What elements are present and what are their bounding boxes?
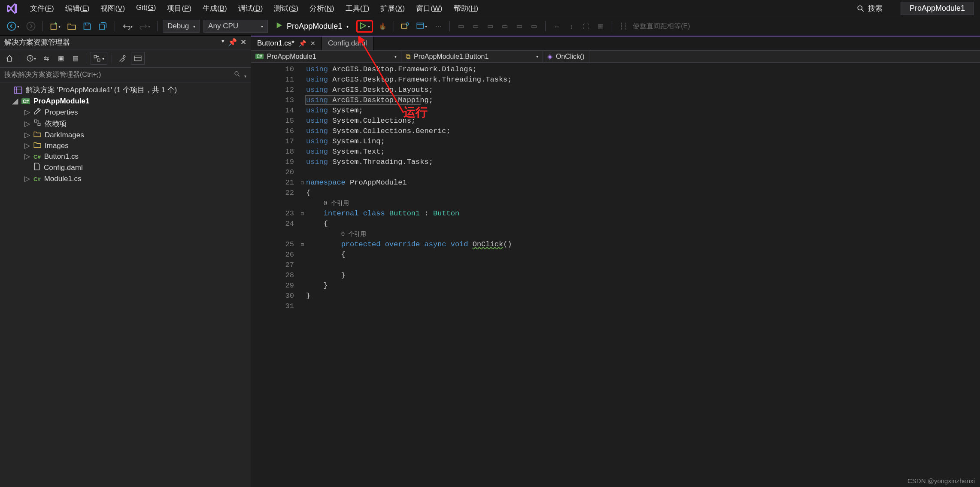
properties-icon[interactable] xyxy=(116,52,128,64)
menu-h[interactable]: 帮助(H) xyxy=(454,3,479,13)
collapse-icon[interactable]: ▣ xyxy=(55,52,67,64)
tree-node[interactable]: ▷Properties xyxy=(0,106,251,118)
panel-search[interactable]: 搜索解决方案资源管理器(Ctrl+;) ▾ xyxy=(0,68,251,82)
nav-back-button[interactable]: ▾ xyxy=(5,20,21,32)
tab-config-daml[interactable]: Config.daml xyxy=(322,36,373,50)
panel-search-placeholder: 搜索解决方案资源管理器(Ctrl+;) xyxy=(4,70,101,79)
nav-scope[interactable]: C# ProAppModule1 ▾ xyxy=(251,51,401,62)
nav-class[interactable]: ⧉ ProAppModule1.Button1 ▾ xyxy=(401,51,543,62)
project-node[interactable]: ◢ C# ProAppModule1 xyxy=(0,96,251,106)
pin-icon[interactable]: 📌 xyxy=(299,40,306,47)
csharp-badge-icon: C# xyxy=(255,54,264,59)
platform-combo[interactable]: Any CPU ▾ xyxy=(203,20,268,33)
panel-dropdown-icon[interactable]: ▾ xyxy=(221,38,225,47)
tree-node[interactable]: ▷C#Module1.cs xyxy=(0,173,251,184)
menu-s[interactable]: 测试(S) xyxy=(274,3,298,13)
tree-node-label: Config.daml xyxy=(44,163,83,172)
cs-icon: C# xyxy=(33,152,41,161)
history-icon[interactable]: ▾ xyxy=(24,52,38,64)
menu-bar: 文件(F)编辑(E)视图(V)Git(G)项目(P)生成(B)调试(D)测试(S… xyxy=(0,0,980,17)
svg-point-14 xyxy=(235,72,238,75)
panel-title: 解决方案资源管理器 xyxy=(4,37,70,47)
tree-node[interactable]: ▷依赖项 xyxy=(0,118,251,130)
menu-d[interactable]: 调试(D) xyxy=(238,3,263,13)
tab-label: Config.daml xyxy=(328,39,367,48)
tree-node-label: Properties xyxy=(45,108,78,117)
tree-node-label: 依赖项 xyxy=(45,119,67,129)
sync-icon[interactable]: ⇆ xyxy=(40,52,52,64)
solution-tree[interactable]: 解决方案 'ProAppModule1' (1 个项目，共 1 个) ◢ C# … xyxy=(0,82,251,487)
align-bottom-icon: ▭ xyxy=(528,20,540,32)
menu-x[interactable]: 扩展(X) xyxy=(380,3,405,13)
menu-p[interactable]: 项目(P) xyxy=(167,3,191,13)
menu-e[interactable]: 编辑(E) xyxy=(65,3,90,13)
align-top-icon: ▭ xyxy=(499,20,511,32)
class-icon: ⧉ xyxy=(406,53,410,60)
nav-fwd-button[interactable] xyxy=(24,20,37,32)
method-icon: ◈ xyxy=(547,52,552,60)
redo-button[interactable]: ▾ xyxy=(138,20,152,32)
svg-rect-16 xyxy=(14,87,22,93)
menu-b[interactable]: 生成(B) xyxy=(203,3,227,13)
menu-n[interactable]: 分析(N) xyxy=(309,3,334,13)
tool-b-icon[interactable]: ▾ xyxy=(415,20,429,32)
code-area[interactable]: 10111213141516171819202122 2324 25262728… xyxy=(251,63,980,487)
nav-member-label: OnClick() xyxy=(556,53,585,60)
preview-toggle[interactable] xyxy=(131,52,145,65)
home-icon[interactable] xyxy=(3,52,15,64)
svg-point-12 xyxy=(123,55,125,57)
nav-member[interactable]: ◈ OnClick() xyxy=(543,51,589,62)
watermark: CSDN @yongxinzhenxi xyxy=(907,477,975,484)
menu-w[interactable]: 窗口(W) xyxy=(416,3,442,13)
svg-point-3 xyxy=(27,22,35,30)
undo-button[interactable]: ▾ xyxy=(120,20,134,32)
svg-rect-18 xyxy=(38,123,40,126)
dots-icon[interactable]: ⋯ xyxy=(432,20,444,32)
solution-root[interactable]: 解决方案 'ProAppModule1' (1 个项目，共 1 个) xyxy=(0,84,251,96)
search-label: 搜索 xyxy=(868,3,883,13)
save-all-button[interactable] xyxy=(97,20,109,32)
tree-node[interactable]: Config.daml xyxy=(0,162,251,173)
size-grid-icon: ▦ xyxy=(595,20,607,32)
menu-t[interactable]: 工具(T) xyxy=(346,3,370,13)
tree-node[interactable]: ▷Images xyxy=(0,140,251,151)
save-button[interactable] xyxy=(81,20,93,32)
tool-a-icon[interactable] xyxy=(399,20,411,32)
new-item-button[interactable]: ▾ xyxy=(48,20,62,32)
svg-rect-8 xyxy=(417,23,423,29)
panel-pin-icon[interactable]: 📌 xyxy=(228,38,237,47)
tree-node[interactable]: ▷DarkImages xyxy=(0,130,251,140)
solution-icon xyxy=(14,86,22,94)
play-outline-icon xyxy=(359,22,366,30)
tab-label: Button1.cs* xyxy=(257,39,294,48)
tree-node-label: Images xyxy=(45,142,69,150)
file-icon xyxy=(33,163,40,172)
svg-point-2 xyxy=(7,22,15,30)
svg-line-1 xyxy=(862,9,864,12)
folder-icon xyxy=(33,130,41,139)
tab-button1-cs[interactable]: Button1.cs* 📌 ✕ xyxy=(251,36,322,50)
start-debug-button[interactable]: ProAppModule1 ▾ xyxy=(271,20,353,33)
svg-rect-17 xyxy=(34,120,37,122)
config-combo[interactable]: Debug ▾ xyxy=(163,20,200,33)
start-without-debug-button[interactable]: ▾ xyxy=(356,20,373,33)
panel-close-icon[interactable]: ✕ xyxy=(240,38,246,47)
hot-reload-button[interactable]: 🔥 xyxy=(376,20,388,32)
svg-rect-10 xyxy=(94,55,97,58)
cs-icon: C# xyxy=(33,175,41,183)
show-all-icon[interactable]: ▤ xyxy=(70,52,82,64)
project-label: ProAppModule1 xyxy=(33,97,89,106)
close-icon[interactable]: ✕ xyxy=(310,40,316,47)
tree-node-label: Module1.cs xyxy=(44,175,82,183)
menu-g[interactable]: Git(G) xyxy=(136,3,156,13)
menu-f[interactable]: 文件(F) xyxy=(30,3,54,13)
play-icon xyxy=(276,22,282,31)
open-button[interactable] xyxy=(66,20,78,32)
view-switch[interactable]: ▾ xyxy=(91,52,107,65)
menu-v[interactable]: 视图(V) xyxy=(100,3,125,13)
config-label: Debug xyxy=(167,22,189,30)
tree-node[interactable]: ▷C#Button1.cs xyxy=(0,151,251,162)
search-icon xyxy=(234,71,241,78)
search-box[interactable]: 搜索 xyxy=(857,3,883,13)
csharp-badge-icon: C# xyxy=(21,98,30,104)
